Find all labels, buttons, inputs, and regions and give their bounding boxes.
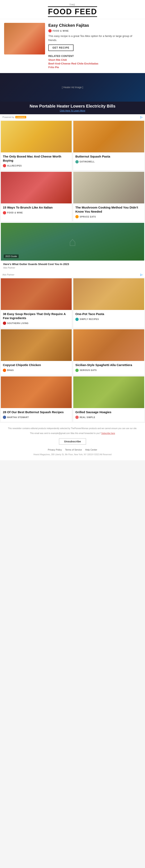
southernliving-name: SOUTHERN LIVING xyxy=(7,322,28,324)
card-taco-pasta[interactable]: One-Pot Taco Pasta SIMPLY RECIPES xyxy=(73,278,144,328)
card-spaghetti-image xyxy=(73,329,144,361)
card-sausage-body: Grilled Sausage Hoagies REAL SIMPLE xyxy=(73,408,144,422)
liveintent-logo: LiveIntent xyxy=(15,116,26,118)
allrecipes-name: ALLRECIPES xyxy=(7,165,22,167)
footer-email-text: This email was sent to example@gmail.com xyxy=(30,432,70,434)
footer-links: Privacy Policy Terms of Service Help Cen… xyxy=(5,448,140,451)
card-soup-body: 38 Easy Soup Recipes That Only Require A… xyxy=(1,310,72,328)
gutter-ad-image: ⌂ 2023 Guide xyxy=(1,223,144,260)
divider-ad-bar: Ads Partner ▷ xyxy=(0,272,145,278)
email-footer: This newsletter contains editorial produ… xyxy=(0,423,145,460)
card-brunch-title: 15 Ways To Brunch Like An Italian xyxy=(3,206,70,210)
card-soup-image xyxy=(1,278,72,310)
ad-indicator: Ads Partner xyxy=(2,273,14,276)
card-sausage-title: Grilled Sausage Hoagies xyxy=(75,410,142,414)
card-brunch-italian[interactable]: 15 Ways To Brunch Like An Italian FOOD &… xyxy=(1,172,72,221)
footer-terms-link[interactable]: Terms of Service xyxy=(65,448,82,451)
eatingwell-icon xyxy=(75,160,79,163)
seriouseats-name: SERIOUS EATS xyxy=(80,369,97,371)
gutter-ad-container[interactable]: ⌂ 2023 Guide Here's What Gutter Guards S… xyxy=(1,223,144,271)
card-butternut-pasta-image xyxy=(73,121,144,152)
footer-email-note: This email was sent to example@gmail.com… xyxy=(5,432,140,435)
card-mac-cheese-image xyxy=(1,121,72,152)
card-squash[interactable]: 28 Of Our Best Butternut Squash Recipes … xyxy=(1,376,72,422)
card-taco-title: One-Pot Taco Pasta xyxy=(75,312,142,316)
card-squash-image xyxy=(1,376,72,408)
card-brunch-source: FOOD & WINE xyxy=(3,211,70,214)
get-recipe-button[interactable]: GET RECIPE xyxy=(48,44,74,51)
card-sausage-source: REAL SIMPLE xyxy=(75,416,142,419)
related-link-2[interactable]: Beef-And-Cheese Red Chile Enchiladas xyxy=(48,62,141,65)
allrecipes-icon xyxy=(3,164,6,167)
card-mac-cheese[interactable]: The Only Boxed Mac And Cheese Worth Buyi… xyxy=(1,121,72,170)
card-taco-source: SIMPLY RECIPES xyxy=(75,318,142,321)
spruceeats-icon xyxy=(75,215,79,218)
marthastewart-name: MARTHA STEWART xyxy=(7,416,29,418)
card-butternut-pasta-body: Butternut Squash Pasta EATINGWELL xyxy=(73,152,144,166)
simplyrecipes-name: SIMPLY RECIPES xyxy=(80,318,99,320)
gutter-ad-source: Ads Partner xyxy=(1,267,144,271)
hero-image xyxy=(4,23,45,55)
related-label: Related Content xyxy=(48,55,141,58)
footer-help-link[interactable]: Help Center xyxy=(85,448,97,451)
footer-disclaimer: This newsletter contains editorial produ… xyxy=(5,427,140,430)
footer-subscribe-link[interactable]: Subscribe here xyxy=(101,432,115,434)
heater-link[interactable]: Click Here To Learn More xyxy=(0,110,145,112)
simplyrecipes-icon xyxy=(75,318,79,321)
eatingwell-name: EATINGWELL xyxy=(80,161,95,163)
footer-address: Hearst Magazines, 300 Liberty St, 9th Fl… xyxy=(5,453,140,456)
card-squash-source: MARTHA STEWART xyxy=(3,416,70,419)
hero-title: Easy Chicken Fajitas xyxy=(48,23,141,28)
card-brunch-body: 15 Ways To Brunch Like An Italian FOOD &… xyxy=(1,204,72,217)
house-icon: ⌂ xyxy=(69,235,76,249)
ad-heater-section: [ Heater Ad Image ] New Portable Heater … xyxy=(0,73,145,114)
cards-grid-1: The Only Boxed Mac And Cheese Worth Buyi… xyxy=(0,120,145,222)
card-spaghetti-source: SERIOUS EATS xyxy=(75,369,142,372)
logo-title: FOOD FEED xyxy=(48,6,97,17)
card-spaghetti[interactable]: Sicilian-Style Spaghetti Alla Carrettier… xyxy=(73,329,144,375)
realsimple-icon xyxy=(75,416,79,419)
card-chipotle-title: Copycat Chipotle Chicken xyxy=(3,363,70,367)
card-soup-source: SOUTHERN LIVING xyxy=(3,321,70,325)
related-link-1[interactable]: Short Rib Chili xyxy=(48,58,141,61)
ad-sponsor-arrow[interactable]: ▷ xyxy=(140,116,143,119)
card-mushroom-image xyxy=(73,172,144,204)
card-brunch-image xyxy=(1,172,72,204)
gutter-ad-overlay: 2023 Guide xyxy=(4,254,19,258)
card-mac-cheese-title: The Only Boxed Mac And Cheese Worth Buyi… xyxy=(3,154,70,162)
powered-by-left: Powered by LiveIntent xyxy=(2,116,26,118)
gutter-ad-caption: Here's What Gutter Guards Should Cost Yo… xyxy=(1,260,144,267)
heater-image-label: [ Heater Ad Image ] xyxy=(62,86,83,89)
ad-indicator-arrow[interactable]: ▷ xyxy=(140,273,143,276)
foodwine-icon xyxy=(3,211,6,214)
seriouseats-icon xyxy=(75,369,79,372)
southernliving-icon xyxy=(3,321,6,325)
realsimple-name: REAL SIMPLE xyxy=(80,416,95,418)
footer-privacy-link[interactable]: Privacy Policy xyxy=(48,448,62,451)
card-squash-title: 28 Of Our Best Butternut Squash Recipes xyxy=(3,410,70,414)
unsubscribe-button[interactable]: Unsubscribe xyxy=(59,438,86,444)
heater-title: New Portable Heater Lowers Electricity B… xyxy=(0,104,145,108)
card-sausage[interactable]: Grilled Sausage Hoagies REAL SIMPLE xyxy=(73,376,144,422)
card-chipotle[interactable]: Copycat Chipotle Chicken BH&G xyxy=(1,329,72,375)
card-mushroom[interactable]: The Mushroom Cooking Method You Didn't K… xyxy=(73,172,144,221)
card-mac-cheese-source: ALLRECIPES xyxy=(3,164,70,167)
hero-content: Easy Chicken Fajitas FOOD & WINE This ea… xyxy=(48,23,141,69)
food-wine-icon xyxy=(48,29,52,32)
foodwine-name: FOOD & WINE xyxy=(7,212,23,214)
related-link-3[interactable]: Frito Pie xyxy=(48,66,141,69)
card-butternut-pasta[interactable]: Butternut Squash Pasta EATINGWELL xyxy=(73,121,144,170)
email-header: THE FOOD FEED xyxy=(0,0,145,19)
marthastewart-icon xyxy=(3,416,6,419)
card-mac-cheese-body: The Only Boxed Mac And Cheese Worth Buyi… xyxy=(1,152,72,170)
unsubscribe-container: Unsubscribe xyxy=(5,437,140,446)
card-taco-image xyxy=(73,278,144,310)
cards-grid-2: 38 Easy Soup Recipes That Only Require A… xyxy=(0,278,145,423)
hero-description: This easy recipe is a great Tex-Mex opti… xyxy=(48,34,141,42)
card-spaghetti-body: Sicilian-Style Spaghetti Alla Carrettier… xyxy=(73,361,144,375)
card-soup[interactable]: 38 Easy Soup Recipes That Only Require A… xyxy=(1,278,72,328)
hero-source-badge: FOOD & WINE xyxy=(48,29,141,32)
card-butternut-pasta-source: EATINGWELL xyxy=(75,160,142,163)
powered-by-bar: Powered by LiveIntent ▷ xyxy=(0,114,145,120)
email-wrapper: THE FOOD FEED Easy Chicken Fajitas FOOD … xyxy=(0,0,145,460)
